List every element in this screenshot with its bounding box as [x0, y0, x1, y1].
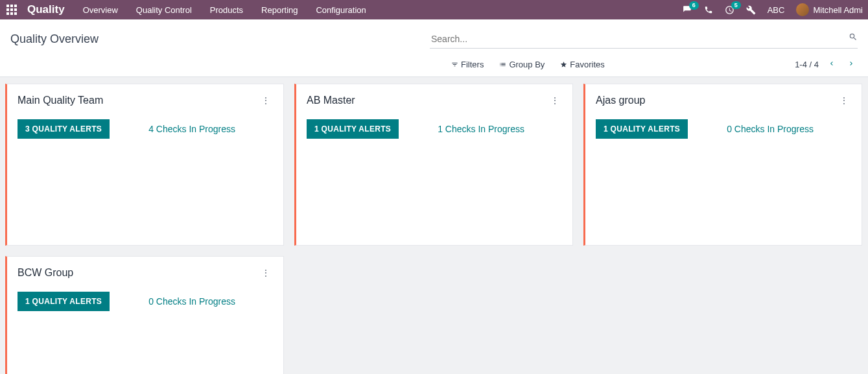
chevron-right-icon — [847, 60, 855, 67]
star-icon — [560, 61, 567, 68]
search-icon[interactable] — [849, 32, 858, 44]
nav-products[interactable]: Products — [210, 5, 243, 15]
checks-in-progress[interactable]: 0 Checks In Progress — [148, 296, 235, 307]
user-menu[interactable]: Mitchell Admi — [796, 3, 863, 16]
checks-in-progress[interactable]: 0 Checks In Progress — [727, 124, 814, 134]
card-title: AB Master — [307, 95, 355, 106]
apps-icon[interactable] — [5, 3, 18, 16]
quality-alerts-button[interactable]: 3 QUALITY ALERTS — [18, 119, 110, 139]
team-card[interactable]: Ajas group ⋮ 1 QUALITY ALERTS 0 Checks I… — [583, 84, 862, 246]
activity-badge: 5 — [731, 1, 741, 10]
user-avatar-icon — [796, 3, 809, 16]
card-menu-icon[interactable]: ⋮ — [837, 95, 851, 106]
messaging-badge: 6 — [689, 1, 699, 10]
pager-prev[interactable] — [825, 57, 838, 72]
card-title: BCW Group — [18, 267, 73, 279]
card-title: Main Quality Team — [18, 95, 103, 106]
card-menu-icon[interactable]: ⋮ — [548, 95, 562, 106]
card-title: Ajas group — [596, 95, 646, 106]
checks-in-progress[interactable]: 1 Checks In Progress — [438, 124, 524, 134]
pager-text[interactable]: 1-4 / 4 — [795, 60, 819, 69]
quality-alerts-button[interactable]: 1 QUALITY ALERTS — [18, 292, 110, 311]
chevron-left-icon — [828, 60, 836, 67]
groupby-button[interactable]: Group By — [499, 60, 545, 69]
filters-button[interactable]: Filters — [451, 60, 484, 69]
nav-quality-control[interactable]: Quality Control — [136, 5, 192, 15]
team-card[interactable]: BCW Group ⋮ 1 QUALITY ALERTS 0 Checks In… — [5, 256, 284, 374]
page-title: Quality Overview — [10, 32, 99, 46]
checks-in-progress[interactable]: 4 Checks In Progress — [148, 124, 235, 134]
quality-alerts-button[interactable]: 1 QUALITY ALERTS — [596, 119, 688, 139]
nav-reporting[interactable]: Reporting — [261, 5, 298, 15]
messaging-icon[interactable]: 6 — [682, 5, 692, 14]
card-menu-icon[interactable]: ⋮ — [259, 95, 273, 106]
team-card[interactable]: AB Master ⋮ 1 QUALITY ALERTS 1 Checks In… — [294, 84, 573, 246]
card-menu-icon[interactable]: ⋮ — [259, 267, 273, 279]
nav-menu: Overview Quality Control Products Report… — [83, 5, 366, 15]
activity-icon[interactable]: 5 — [725, 5, 734, 15]
pager-next[interactable] — [845, 57, 858, 72]
company-switcher[interactable]: ABC — [768, 5, 785, 15]
quality-alerts-button[interactable]: 1 QUALITY ALERTS — [307, 119, 399, 139]
user-name-label: Mitchell Admi — [813, 5, 863, 15]
nav-configuration[interactable]: Configuration — [316, 5, 366, 15]
favorites-button[interactable]: Favorites — [560, 60, 604, 69]
control-panel: Quality Overview Filters Group By Favori… — [0, 19, 868, 77]
app-brand[interactable]: Quality — [27, 3, 65, 16]
list-icon — [499, 61, 506, 68]
debug-icon[interactable] — [746, 5, 756, 15]
top-navbar: Quality Overview Quality Control Product… — [0, 0, 868, 19]
search-input[interactable] — [430, 30, 858, 49]
nav-overview[interactable]: Overview — [83, 5, 118, 15]
kanban-board: Main Quality Team ⋮ 3 QUALITY ALERTS 4 C… — [0, 77, 868, 374]
phone-icon[interactable] — [704, 5, 713, 14]
team-card[interactable]: Main Quality Team ⋮ 3 QUALITY ALERTS 4 C… — [5, 84, 284, 246]
filter-icon — [451, 61, 458, 68]
